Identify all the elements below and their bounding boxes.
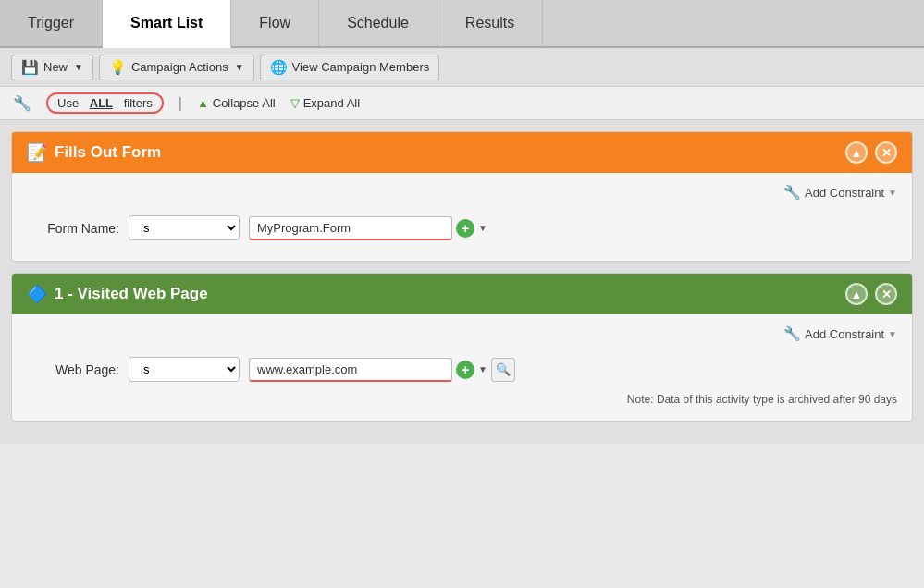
- visited-web-page-card: 🔷 1 - Visited Web Page ▲ ✕ 🔧 Add Constra…: [11, 273, 913, 422]
- form-name-add-value-button[interactable]: +: [456, 219, 474, 238]
- collapse-icon: ▲: [197, 96, 209, 110]
- expand-icon: ▽: [290, 96, 300, 110]
- fills-out-form-header: 📝 Fills Out Form ▲ ✕: [12, 132, 912, 173]
- tab-results[interactable]: Results: [437, 0, 543, 46]
- wrench-icon: 🔧: [13, 94, 31, 112]
- web-page-constraint-row: Web Page: is is not contains + ▼ 🔍: [27, 351, 897, 387]
- filter-bar: 🔧 Use ALL filters | ▲ Collapse All ▽ Exp…: [0, 87, 924, 120]
- visited-web-page-up-button[interactable]: ▲: [845, 283, 868, 305]
- web-page-search-button[interactable]: 🔍: [491, 358, 515, 382]
- form-name-constraint-row: Form Name: is is not contains + ▼: [27, 210, 897, 246]
- visited-web-page-header: 🔷 1 - Visited Web Page ▲ ✕: [12, 274, 912, 314]
- toolbar: 💾 New ▼ 💡 Campaign Actions ▼ 🌐 View Camp…: [0, 48, 924, 87]
- add-constraint-arrow-2[interactable]: ▼: [888, 329, 897, 339]
- web-page-icon: 🔷: [27, 284, 47, 304]
- campaign-actions-dropdown-arrow[interactable]: ▼: [235, 62, 244, 72]
- campaign-actions-button[interactable]: 💡 Campaign Actions ▼: [99, 55, 254, 80]
- fills-out-form-body: 🔧 Add Constraint ▼ Form Name: is is not …: [12, 173, 912, 261]
- use-all-filters-badge[interactable]: Use ALL filters: [46, 92, 164, 114]
- web-page-operator-select[interactable]: is is not contains: [129, 357, 240, 382]
- fills-out-form-up-button[interactable]: ▲: [845, 141, 868, 164]
- floppy-disk-icon: 💾: [21, 59, 39, 76]
- visited-web-page-add-constraint[interactable]: 🔧 Add Constraint ▼: [783, 325, 897, 342]
- new-button[interactable]: 💾 New ▼: [11, 55, 93, 80]
- add-constraint-icon-2: 🔧: [783, 325, 801, 342]
- fills-out-form-close-button[interactable]: ✕: [875, 141, 897, 164]
- tab-flow[interactable]: Flow: [231, 0, 319, 46]
- new-dropdown-arrow[interactable]: ▼: [74, 62, 83, 72]
- form-name-label: Form Name:: [27, 221, 119, 236]
- visited-web-page-body: 🔧 Add Constraint ▼ Web Page: is is not c…: [12, 314, 912, 421]
- fills-out-form-card: 📝 Fills Out Form ▲ ✕ 🔧 Add Constraint ▼ …: [11, 131, 913, 262]
- bulb-icon: 💡: [109, 59, 127, 76]
- web-page-add-value-button[interactable]: +: [456, 361, 474, 379]
- web-page-label: Web Page:: [27, 362, 119, 377]
- add-constraint-icon-1: 🔧: [783, 184, 801, 201]
- tab-schedule[interactable]: Schedule: [319, 0, 437, 46]
- form-name-value-input[interactable]: [249, 216, 452, 240]
- content-area: 📝 Fills Out Form ▲ ✕ 🔧 Add Constraint ▼ …: [0, 120, 924, 444]
- expand-all-button[interactable]: ▽ Expand All: [290, 96, 360, 110]
- web-page-value-dropdown[interactable]: ▼: [478, 364, 487, 374]
- tab-bar: Trigger Smart List Flow Schedule Results: [0, 0, 924, 48]
- form-name-operator-select[interactable]: is is not contains: [129, 215, 240, 240]
- add-constraint-arrow-1[interactable]: ▼: [888, 188, 897, 198]
- members-icon: 🌐: [270, 59, 288, 76]
- form-name-value-dropdown[interactable]: ▼: [478, 223, 487, 233]
- visited-web-page-close-button[interactable]: ✕: [875, 283, 897, 305]
- collapse-all-button[interactable]: ▲ Collapse All: [197, 96, 276, 110]
- web-page-archive-note: Note: Data of this activity type is arch…: [27, 393, 897, 406]
- form-icon: 📝: [27, 142, 47, 163]
- tab-smart-list[interactable]: Smart List: [103, 0, 231, 48]
- view-campaign-members-button[interactable]: 🌐 View Campaign Members: [260, 55, 440, 80]
- tab-trigger[interactable]: Trigger: [0, 0, 103, 46]
- fills-out-form-add-constraint[interactable]: 🔧 Add Constraint ▼: [783, 184, 897, 201]
- filter-separator: |: [179, 95, 182, 112]
- web-page-value-input[interactable]: [249, 358, 452, 382]
